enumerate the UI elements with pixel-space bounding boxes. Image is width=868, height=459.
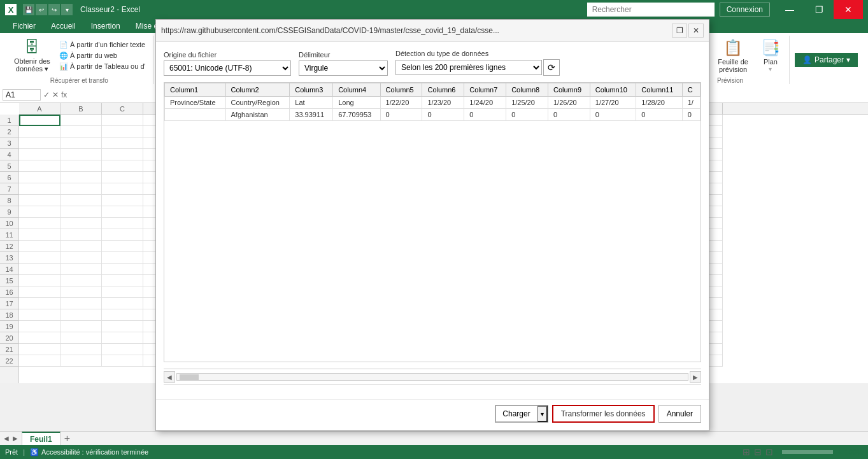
feuille-button[interactable]: 📋 Feuille de prévision <box>714 36 752 76</box>
row-header-7[interactable]: 7 <box>0 183 18 195</box>
cell-21-1[interactable] <box>19 344 60 355</box>
cell-5-2[interactable] <box>60 160 102 172</box>
cell-10-2[interactable] <box>60 218 102 229</box>
normal-view-btn[interactable]: ⊞ <box>741 447 751 457</box>
cell-reference[interactable] <box>3 89 41 101</box>
cell-14-1[interactable] <box>19 264 60 275</box>
minimize-button[interactable]: — <box>775 0 804 19</box>
cell-19-1[interactable] <box>19 321 60 332</box>
scroll-thumb[interactable] <box>180 374 199 381</box>
row-header-1[interactable]: 1 <box>0 115 18 126</box>
cell-4-2[interactable] <box>60 149 102 160</box>
row-header-3[interactable]: 3 <box>0 138 18 149</box>
from-file-btn[interactable]: 📄 À partir d'un fichier texte <box>57 40 148 50</box>
cell-2-2[interactable] <box>60 126 102 138</box>
cell-10-1[interactable] <box>19 218 60 229</box>
cell-2-1[interactable] <box>19 126 60 138</box>
scroll-left-arrow[interactable]: ◀ <box>164 371 175 383</box>
cell-1-1[interactable] <box>19 115 60 126</box>
cell-16-2[interactable] <box>60 286 102 298</box>
add-sheet-button[interactable]: + <box>60 433 74 444</box>
cell-22-3[interactable] <box>102 355 143 367</box>
cell-18-3[interactable] <box>102 309 143 321</box>
row-header-4[interactable]: 4 <box>0 149 18 160</box>
cell-16-1[interactable] <box>19 286 60 298</box>
cell-17-2[interactable] <box>60 298 102 309</box>
col-header-7[interactable]: Column7 <box>464 83 506 97</box>
cell-1-2[interactable] <box>60 115 102 126</box>
col-header-5[interactable]: Column5 <box>380 83 422 97</box>
plan-button[interactable]: 📑 Plan ▾ <box>757 36 784 75</box>
preview-container[interactable]: Column1 Column2 Column3 Column4 Column5 … <box>164 82 701 362</box>
cell-12-3[interactable] <box>102 241 143 252</box>
dialog-restore-button[interactable]: ❐ <box>672 24 687 38</box>
cell-8-1[interactable] <box>19 195 60 206</box>
row-header-21[interactable]: 21 <box>0 344 18 355</box>
col-header-c[interactable]: C <box>682 83 700 97</box>
cell-11-2[interactable] <box>60 229 102 241</box>
cell-3-2[interactable] <box>60 138 102 149</box>
cell-20-1[interactable] <box>19 332 60 344</box>
row-header-19[interactable]: 19 <box>0 321 18 332</box>
charger-dropdown-button[interactable]: ▾ <box>537 406 548 422</box>
cell-6-2[interactable] <box>60 172 102 183</box>
row-header-18[interactable]: 18 <box>0 309 18 321</box>
cell-4-3[interactable] <box>102 149 143 160</box>
col-header-9[interactable]: Column9 <box>548 83 590 97</box>
close-button[interactable]: ✕ <box>834 0 863 19</box>
tab-fichier[interactable]: Fichier <box>5 19 43 33</box>
sheet-next-btn[interactable]: ▶ <box>11 435 19 442</box>
col-header-10[interactable]: Column10 <box>590 83 636 97</box>
redo-btn[interactable]: ↪ <box>48 4 60 15</box>
col-header-4[interactable]: Column4 <box>333 83 380 97</box>
cell-12-1[interactable] <box>19 241 60 252</box>
cell-9-2[interactable] <box>60 206 102 218</box>
undo-btn[interactable]: ↩ <box>36 4 47 15</box>
row-header-10[interactable]: 10 <box>0 218 18 229</box>
tab-accueil[interactable]: Accueil <box>43 19 83 33</box>
cell-17-3[interactable] <box>102 298 143 309</box>
col-header-11[interactable]: Column11 <box>636 83 682 97</box>
page-break-btn[interactable]: ⊡ <box>764 447 774 457</box>
page-layout-btn[interactable]: ⊟ <box>753 447 763 457</box>
cell-1-3[interactable] <box>102 115 143 126</box>
row-header-20[interactable]: 20 <box>0 332 18 344</box>
dialog-close-button[interactable]: ✕ <box>688 24 704 38</box>
connexion-button[interactable]: Connexion <box>720 3 770 17</box>
cell-21-2[interactable] <box>60 344 102 355</box>
from-tableau-btn[interactable]: 📊 À partir de Tableau ou d' <box>57 62 148 71</box>
cell-20-3[interactable] <box>102 332 143 344</box>
cell-13-3[interactable] <box>102 252 143 264</box>
cell-5-3[interactable] <box>102 160 143 172</box>
cell-7-2[interactable] <box>60 183 102 195</box>
row-header-12[interactable]: 12 <box>0 241 18 252</box>
cell-15-2[interactable] <box>60 275 102 286</box>
cell-21-3[interactable] <box>102 344 143 355</box>
tab-insertion[interactable]: Insertion <box>83 19 128 33</box>
cell-19-2[interactable] <box>60 321 102 332</box>
cell-13-1[interactable] <box>19 252 60 264</box>
cell-4-1[interactable] <box>19 149 60 160</box>
cell-16-3[interactable] <box>102 286 143 298</box>
annuler-button[interactable]: Annuler <box>658 405 701 423</box>
cell-7-1[interactable] <box>19 183 60 195</box>
row-header-17[interactable]: 17 <box>0 298 18 309</box>
cell-15-1[interactable] <box>19 275 60 286</box>
cell-18-2[interactable] <box>60 309 102 321</box>
zoom-in-icon[interactable]: + <box>837 448 841 456</box>
cell-11-3[interactable] <box>102 229 143 241</box>
cell-9-1[interactable] <box>19 206 60 218</box>
col-header-8[interactable]: Column8 <box>506 83 548 97</box>
cell-11-1[interactable] <box>19 229 60 241</box>
cell-18-1[interactable] <box>19 309 60 321</box>
cell-19-3[interactable] <box>102 321 143 332</box>
row-header-9[interactable]: 9 <box>0 206 18 218</box>
restore-button[interactable]: ❐ <box>804 0 834 19</box>
row-header-2[interactable]: 2 <box>0 126 18 138</box>
col-header-a[interactable]: A <box>19 103 60 114</box>
col-header-3[interactable]: Column3 <box>290 83 333 97</box>
scroll-track[interactable] <box>176 373 688 381</box>
save-btn[interactable]: 💾 <box>23 4 34 15</box>
row-header-11[interactable]: 11 <box>0 229 18 241</box>
cell-14-2[interactable] <box>60 264 102 275</box>
